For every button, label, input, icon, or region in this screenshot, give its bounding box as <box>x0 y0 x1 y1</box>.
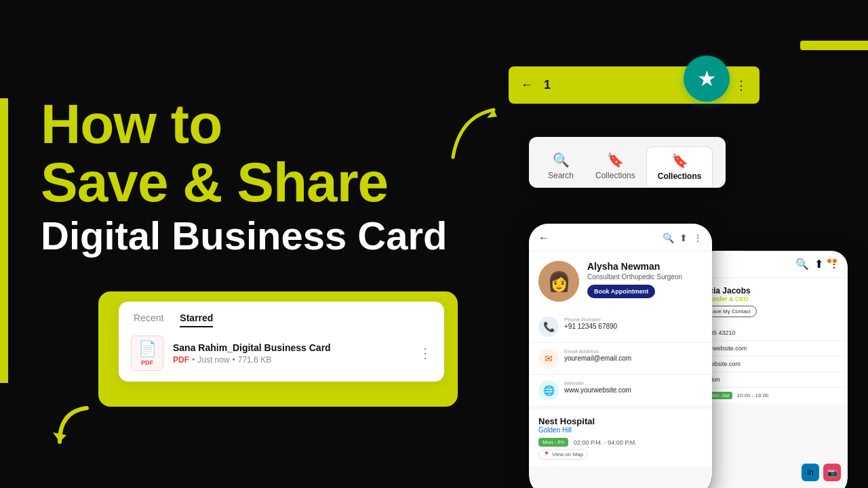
phone-label: Phone Number <box>564 317 617 323</box>
email-label: Email Address <box>564 348 631 354</box>
back-button[interactable]: ← <box>521 78 533 92</box>
phone-mockup-2: 🔍 ⬆ ⋮ icia Jacobs ounder & CEO ave My Co… <box>698 251 848 488</box>
email-value: youremail@email.com <box>564 354 631 362</box>
phone2-location-row: ation <box>698 372 848 388</box>
collections-tab-row: 🔍 Search 🔖 Collections 🔖 Collections <box>529 146 726 188</box>
phone2-badge-row: Mon -Sat 10:00 - 18:00 <box>698 388 848 403</box>
hospital-section: Nest Hospital Golden Hill Mon - Fri 02:0… <box>529 409 712 466</box>
more-options-button[interactable]: ⋮ <box>735 78 747 93</box>
title-line3: Digital Business Card <box>41 214 461 258</box>
phone1-screen: ← 🔍 ⬆ ⋮ 👩 Alysha Newman Consultant Ortho… <box>529 224 712 488</box>
hospital-days-badge: Mon - Fri <box>538 438 568 447</box>
save-contact-button[interactable]: ave My Contact <box>707 306 757 317</box>
linkedin-icon[interactable]: in <box>802 464 819 481</box>
file-name: Sana Rahim_Digital Business Card <box>173 342 409 353</box>
recent-tab[interactable]: Recent <box>134 312 163 327</box>
website-icon: 🌐 <box>538 380 559 401</box>
pdf-file-icon: 📄 <box>131 336 163 371</box>
collections-tab-2[interactable]: 🔖 Collections <box>646 146 713 188</box>
bookmark-icon: 🔖 <box>607 152 624 168</box>
left-accent-bar <box>0 98 8 383</box>
phone1-search-icon[interactable]: 🔍 <box>663 232 674 243</box>
phone-area: ← 1 ↩ ★ ⋮ ★ 🔍 Search 🔖 Collections 🔖 Col… <box>502 27 868 488</box>
view-on-map-button[interactable]: 📍 View on Map <box>538 449 588 460</box>
file-size: 771.6 KB <box>238 355 271 365</box>
profile-info: Alysha Newman Consultant Orthopedic Surg… <box>587 261 703 298</box>
file-type: PDF <box>173 355 189 365</box>
phone1-header: ← 🔍 ⬆ ⋮ <box>529 224 712 251</box>
phone2-phone-value: 765 43210 <box>707 329 840 336</box>
phone2-name: icia Jacobs <box>707 286 840 296</box>
email-icon: ✉ <box>538 348 559 369</box>
website-value: www.yourwebsite.com <box>564 386 631 394</box>
phone2-share-icon[interactable]: ⬆ <box>814 258 823 270</box>
phone2-title: ounder & CEO <box>707 296 840 302</box>
phone2-website-row: website.com <box>698 357 848 372</box>
file-item-row: 📄 Sana Rahim_Digital Business Card PDF •… <box>131 336 432 371</box>
phone-mockup-1: ← 🔍 ⬆ ⋮ 👩 Alysha Newman Consultant Ortho… <box>529 224 712 488</box>
phone2-phone-row: 765 43210 <box>698 325 848 341</box>
starred-tab[interactable]: Starred <box>180 312 213 327</box>
svg-marker-1 <box>53 432 66 442</box>
book-appointment-button[interactable]: Book Appointment <box>587 285 655 298</box>
orange-dots <box>827 259 837 263</box>
file-tabs: Recent Starred <box>131 312 432 327</box>
hospital-location: Golden Hill <box>538 426 703 434</box>
file-meta: PDF • Just now • 771.6 KB <box>173 355 409 365</box>
decorative-arrow-down <box>46 401 100 464</box>
phone2-email-row: @website.com <box>698 341 848 357</box>
title-line2: Save & Share <box>41 153 461 211</box>
search-tab[interactable]: 🔍 Search <box>537 146 585 188</box>
email-row: ✉ Email Address youremail@email.com <box>529 343 712 375</box>
phone2-header: 🔍 ⬆ ⋮ <box>698 251 848 278</box>
search-icon: 🔍 <box>553 152 570 168</box>
phone-number-row: 📞 Phone Number +91 12345 67890 <box>529 311 712 343</box>
phone2-time: 10:00 - 18:00 <box>736 392 768 399</box>
phone2-social-icons: in 📷 <box>802 464 841 481</box>
phone2-search-icon[interactable]: 🔍 <box>795 258 809 270</box>
map-pin-icon: 📍 <box>543 451 550 458</box>
phone2-screen: 🔍 ⬆ ⋮ icia Jacobs ounder & CEO ave My Co… <box>698 251 848 488</box>
phone-value: +91 12345 67890 <box>564 323 617 330</box>
phone2-website-value: website.com <box>707 361 840 367</box>
phone1-back-button[interactable]: ← <box>538 232 549 244</box>
page-number: 1 <box>544 78 551 92</box>
file-info: Sana Rahim_Digital Business Card PDF • J… <box>173 342 409 365</box>
decorative-arrow-up <box>439 103 507 171</box>
phone1-profile: 👩 Alysha Newman Consultant Orthopedic Su… <box>529 251 712 311</box>
phone1-share-icon[interactable]: ⬆ <box>679 232 688 243</box>
bookmark-selected-icon: 🔖 <box>671 152 688 169</box>
collections-tab-1[interactable]: 🔖 Collections <box>585 146 646 188</box>
file-time: Just now <box>197 355 229 365</box>
collections-popup: 🔍 Search 🔖 Collections 🔖 Collections <box>529 137 726 188</box>
hospital-time: 02:00 P.M. - 04:00 P.M. <box>574 439 637 446</box>
phone2-location-value: ation <box>707 376 840 383</box>
profile-avatar: 👩 <box>538 261 579 302</box>
phone2-profile: icia Jacobs ounder & CEO ave My Contact <box>698 278 848 325</box>
title-line1: How to <box>41 95 461 153</box>
profile-title: Consultant Orthopedic Surgeon <box>587 273 703 281</box>
profile-name: Alysha Newman <box>587 261 703 272</box>
hospital-name: Nest Hospital <box>538 416 703 426</box>
file-more-button[interactable]: ⋮ <box>418 345 432 361</box>
instagram-icon[interactable]: 📷 <box>823 464 841 481</box>
phone1-more-icon[interactable]: ⋮ <box>693 232 703 243</box>
title-section: How to Save & Share Digital Business Car… <box>41 95 461 258</box>
phone-icon: 📞 <box>538 317 559 337</box>
phone2-email-value: @website.com <box>707 345 840 352</box>
phone1-header-icons: 🔍 ⬆ ⋮ <box>663 232 703 243</box>
website-label: Website <box>564 380 631 386</box>
teal-star-button[interactable]: ★ <box>684 56 730 102</box>
website-row: 🌐 Website www.yourwebsite.com <box>529 375 712 407</box>
